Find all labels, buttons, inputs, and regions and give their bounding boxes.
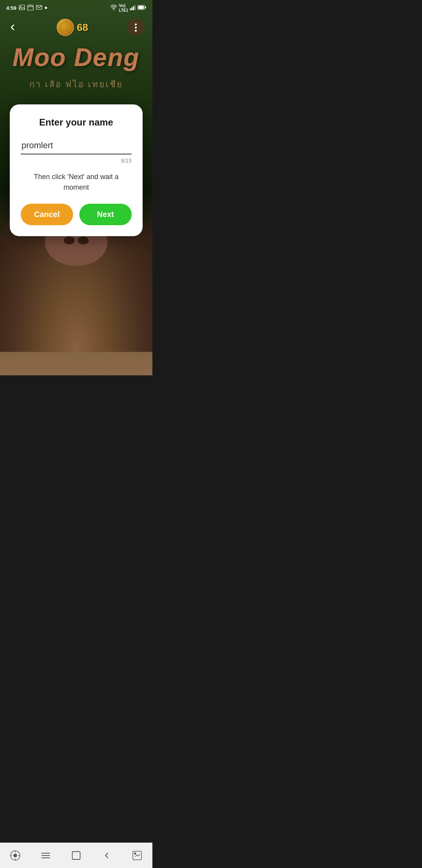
cancel-button[interactable]: Cancel [21,204,73,225]
name-input[interactable] [21,139,132,154]
svg-text:H: H [64,25,67,30]
modal-overlay: Enter your name 8/15 Then click 'Next' a… [0,97,152,236]
signal-icon [130,5,136,11]
svg-point-15 [60,22,71,33]
hippo-nostril-right [78,237,89,244]
status-bar: 4:59 • Vo)LTE1 [0,0,152,16]
button-row: Cancel Next [21,204,132,225]
menu-button[interactable] [127,19,145,36]
dot-indicator: • [45,6,47,10]
battery-icon [138,5,146,11]
svg-rect-2 [28,5,33,10]
gallery-icon [19,4,25,12]
modal-title: Enter your name [21,117,132,128]
coin-count: 68 [77,22,88,34]
menu-dot-3 [135,30,137,32]
svg-point-17 [61,23,66,28]
svg-rect-9 [131,7,132,10]
wifi-icon [110,5,117,11]
top-bar: H 68 [0,16,152,39]
svg-rect-11 [134,5,136,10]
coin-area: H 68 [57,19,88,36]
svg-rect-14 [145,6,146,8]
modal-dialog: Enter your name 8/15 Then click 'Next' a… [10,104,143,236]
svg-rect-13 [138,6,144,9]
hippo-nostril-left [64,237,75,244]
status-right: Vo)LTE1 [110,3,146,13]
time-display: 4:59 [6,5,16,11]
calendar-icon [27,4,34,12]
svg-rect-0 [19,5,25,10]
lte-indicator: Vo)LTE1 [119,3,128,13]
menu-dot-1 [135,23,137,25]
instruction-text: Then click 'Next' and wait a moment [21,172,132,193]
svg-point-16 [61,23,70,32]
menu-dot-2 [135,27,137,29]
mail-icon [36,4,42,12]
svg-rect-8 [130,9,131,10]
svg-rect-10 [133,6,134,10]
name-input-container [21,139,132,154]
status-left: 4:59 • [6,4,47,12]
game-title: Moo Deng [0,39,152,76]
coin-icon: H [57,19,74,36]
thai-subtitle: กา เส้อ ฟไอ เทยเชีย [0,76,152,93]
svg-point-7 [113,9,114,10]
next-button[interactable]: Next [79,204,132,225]
char-count: 8/15 [21,158,132,164]
back-button[interactable] [8,23,17,32]
svg-point-1 [20,6,21,7]
